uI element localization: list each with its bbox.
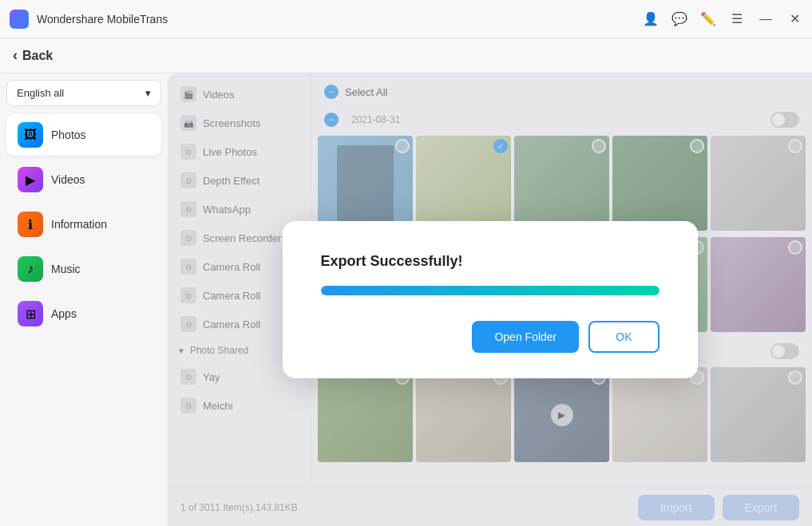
- window-controls: 👤 💬 ✏️ ☰ — ✕: [643, 11, 802, 27]
- sidebar-item-videos[interactable]: ▶ Videos: [6, 159, 161, 200]
- sidebar-item-information-label: Information: [51, 218, 107, 231]
- sidebar-item-music-label: Music: [51, 263, 81, 275]
- apps-icon: ⊞: [18, 301, 43, 326]
- app-title: Wondershare MobileTrans: [37, 13, 643, 26]
- modal-title: Export Successfully!: [321, 253, 463, 270]
- app-icon: [10, 10, 29, 29]
- export-success-modal: Export Successfully! Open Folder OK: [283, 221, 698, 378]
- main-layout: English all ▾ 🖼 Photos ▶ Videos ℹ Inform…: [0, 73, 812, 526]
- ok-button[interactable]: OK: [588, 321, 659, 353]
- sidebar-item-information[interactable]: ℹ Information: [6, 204, 161, 245]
- edit-button[interactable]: ✏️: [700, 11, 716, 27]
- sidebar-item-photos[interactable]: 🖼 Photos: [6, 114, 161, 156]
- sidebar-item-videos-label: Videos: [51, 173, 85, 186]
- sidebar-item-apps-label: Apps: [51, 307, 77, 320]
- chevron-down-icon: ▾: [145, 87, 151, 99]
- sidebar-item-music[interactable]: ♪ Music: [6, 248, 161, 290]
- minimize-button[interactable]: —: [758, 11, 774, 27]
- close-button[interactable]: ✕: [786, 11, 802, 27]
- modal-actions: Open Folder OK: [472, 321, 659, 353]
- information-icon: ℹ: [18, 212, 43, 237]
- chat-button[interactable]: 💬: [671, 11, 687, 27]
- dropdown-label: English all: [17, 87, 64, 99]
- sidebar-item-apps[interactable]: ⊞ Apps: [6, 293, 161, 334]
- language-dropdown[interactable]: English all ▾: [6, 80, 161, 106]
- videos-icon: ▶: [18, 167, 43, 192]
- sub-header: ‹ Back: [0, 38, 812, 73]
- back-label: Back: [22, 49, 53, 63]
- profile-button[interactable]: 👤: [643, 11, 659, 27]
- modal-overlay: Export Successfully! Open Folder OK: [168, 73, 812, 526]
- progress-bar-container: [321, 286, 660, 295]
- sidebar: English all ▾ 🖼 Photos ▶ Videos ℹ Inform…: [0, 73, 168, 526]
- back-button[interactable]: ‹ Back: [13, 47, 53, 64]
- back-arrow-icon: ‹: [13, 47, 18, 64]
- title-bar: Wondershare MobileTrans 👤 💬 ✏️ ☰ — ✕: [0, 0, 812, 38]
- sidebar-item-photos-label: Photos: [51, 129, 86, 141]
- menu-button[interactable]: ☰: [729, 11, 745, 27]
- photos-icon: 🖼: [18, 122, 43, 148]
- progress-bar-fill: [321, 286, 660, 295]
- music-icon: ♪: [18, 256, 43, 282]
- content-area: 🎬 Videos 📸 Screenshots ⊙ Live Photos ⊙ D…: [168, 73, 812, 526]
- open-folder-button[interactable]: Open Folder: [472, 321, 579, 353]
